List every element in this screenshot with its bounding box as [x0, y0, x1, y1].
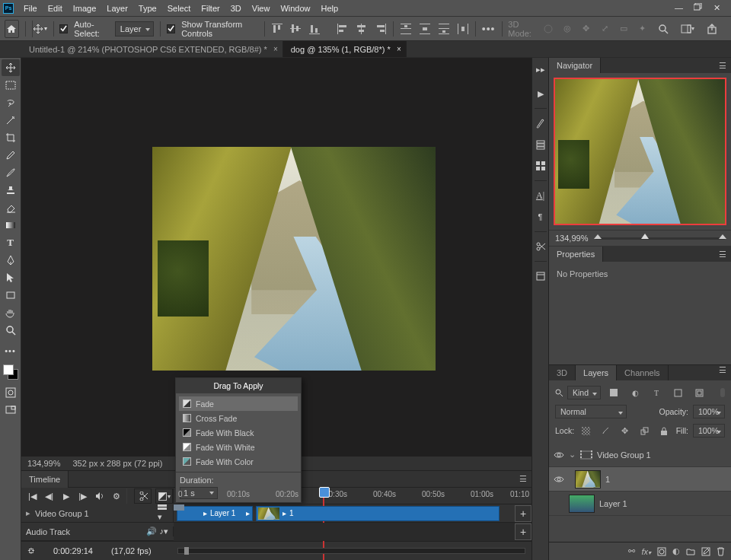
filter-adjust-icon[interactable]: ◐ [627, 384, 643, 401]
play-icon[interactable]: ▶ [59, 489, 72, 503]
opacity-dd[interactable]: 100% [693, 405, 725, 418]
play-panel-icon[interactable]: ▶ [534, 87, 547, 100]
tab-layers[interactable]: Layers [576, 365, 617, 380]
eyedropper-tool[interactable] [2, 147, 20, 164]
menu-view[interactable]: View [247, 0, 276, 17]
stamp-tool[interactable] [2, 182, 20, 199]
move-tool-indicator[interactable]: ▾ [32, 21, 47, 37]
filter-type-icon[interactable]: T [648, 384, 665, 401]
split-clip-icon[interactable] [134, 488, 152, 504]
shape-tool[interactable] [2, 287, 20, 304]
menu-edit[interactable]: Edit [43, 0, 68, 17]
panel-menu-icon[interactable]: ☰ [719, 250, 726, 259]
prev-frame-icon[interactable]: ◀| [43, 489, 56, 503]
fx-icon[interactable]: fx▾ [641, 547, 651, 556]
search-icon[interactable] [655, 21, 672, 37]
clip-layer1[interactable]: ▸ Layer 1▸ [177, 506, 253, 521]
menu-3d[interactable]: 3D [225, 0, 247, 17]
go-start-icon[interactable]: |◀ [26, 489, 39, 503]
wand-tool[interactable] [2, 112, 20, 129]
more-options-icon[interactable]: ••• [482, 21, 496, 37]
mute-icon[interactable] [93, 489, 106, 503]
home-button[interactable] [5, 20, 19, 38]
marquee-tool[interactable] [2, 77, 20, 94]
libraries-icon[interactable] [534, 269, 547, 283]
crop-tool[interactable] [2, 129, 20, 146]
align-right-icon[interactable] [375, 21, 388, 37]
layer-row-2[interactable]: Layer 1 [549, 492, 731, 516]
filter-smart-icon[interactable] [691, 384, 707, 401]
para-panel-icon[interactable]: ¶ [534, 210, 547, 224]
transition-fadewhite[interactable]: Fade With White [179, 440, 298, 454]
move-tool[interactable] [2, 59, 20, 76]
char-panel-icon[interactable]: A| [534, 189, 547, 202]
transition-fadeblack[interactable]: Fade With Black [179, 425, 298, 440]
group-icon[interactable] [686, 548, 695, 555]
filter-shape-icon[interactable] [669, 384, 686, 401]
menu-file[interactable]: File [18, 0, 43, 17]
workspace-icon[interactable]: ▾ [679, 21, 696, 37]
autoselect-dd[interactable]: Layer [115, 21, 155, 37]
lock-all-icon[interactable] [656, 422, 672, 439]
show-transform-check[interactable] [167, 24, 175, 33]
fill-dd[interactable]: 100% [693, 424, 725, 438]
blend-mode-dd[interactable]: Normal [555, 405, 627, 418]
audio-menu-icon[interactable]: ♪▾ [160, 527, 169, 536]
delete-icon[interactable] [717, 547, 725, 556]
timeline-ruler[interactable]: 0 00:10s 00:20s 00:30s 00:40s 00:50s 01:… [174, 488, 531, 504]
dist-vcenter-icon[interactable] [419, 21, 432, 37]
history-panel-icon[interactable] [534, 138, 547, 151]
zoom-tool[interactable] [2, 322, 20, 339]
expand-right-icon[interactable]: ▸▸ [534, 62, 547, 76]
panel-menu-icon[interactable]: ☰ [719, 61, 726, 71]
menu-filter[interactable]: Filter [196, 0, 225, 17]
new-layer-icon[interactable] [701, 547, 710, 556]
timeline-settings-icon[interactable]: ⚙ [110, 489, 123, 503]
brush-tool[interactable] [2, 164, 20, 181]
path-select-tool[interactable] [2, 269, 20, 286]
restore-button[interactable] [694, 3, 703, 13]
close-tab-icon[interactable]: × [273, 45, 278, 53]
properties-tab[interactable]: Properties [549, 247, 603, 262]
add-audio-button[interactable]: + [515, 523, 531, 540]
layer-row-1[interactable]: 1 [549, 467, 731, 492]
dist-top-icon[interactable] [400, 21, 413, 37]
close-tab-icon[interactable]: × [397, 45, 401, 53]
type-tool[interactable]: T [2, 234, 20, 251]
nav-zoom-slider[interactable] [595, 237, 725, 240]
menu-type[interactable]: Type [133, 0, 162, 17]
align-vcenter-icon[interactable] [289, 21, 302, 37]
close-button[interactable]: ✕ [713, 3, 720, 13]
lock-nest-icon[interactable] [637, 422, 653, 439]
transition-crossfade[interactable]: Cross Fade [179, 411, 298, 425]
lock-pos-icon[interactable]: ✥ [618, 422, 633, 439]
filter-toggle[interactable] [720, 388, 725, 397]
adjustment-icon[interactable]: ◐ [672, 546, 680, 556]
lasso-tool[interactable] [2, 94, 20, 111]
track-menu-icon[interactable]: ▾ [158, 504, 168, 522]
visibility-icon[interactable] [554, 474, 564, 485]
minimize-button[interactable]: — [675, 3, 683, 13]
timeline-tab[interactable]: Timeline [21, 471, 69, 488]
visibility-icon[interactable] [554, 450, 564, 460]
edit-toolbar-icon[interactable]: ••• [2, 342, 20, 359]
align-left-icon[interactable] [337, 21, 350, 37]
transition-fade[interactable]: Fade [179, 396, 298, 411]
timeline-zoom[interactable] [177, 548, 525, 554]
filter-kind-dd[interactable]: Kind [567, 386, 601, 399]
share-icon[interactable] [704, 21, 720, 37]
lock-trans-icon[interactable] [579, 422, 594, 439]
hand-tool[interactable] [2, 304, 20, 321]
mask-icon[interactable] [657, 547, 666, 556]
tab-3d[interactable]: 3D [549, 365, 576, 380]
quickmask-tool[interactable] [2, 384, 20, 401]
screenmode-tool[interactable] [2, 402, 20, 418]
scissors-icon[interactable] [534, 240, 547, 253]
eraser-tool[interactable] [2, 199, 20, 216]
menu-help[interactable]: Help [316, 0, 344, 17]
link-layers-icon[interactable]: ⚯ [628, 546, 635, 556]
doc-tab-2[interactable]: dog @ 135% (1, RGB/8*) *× [283, 41, 407, 57]
align-top-icon[interactable] [270, 21, 283, 37]
align-bottom-icon[interactable] [308, 21, 321, 37]
panel-menu-icon[interactable]: ☰ [519, 474, 527, 484]
